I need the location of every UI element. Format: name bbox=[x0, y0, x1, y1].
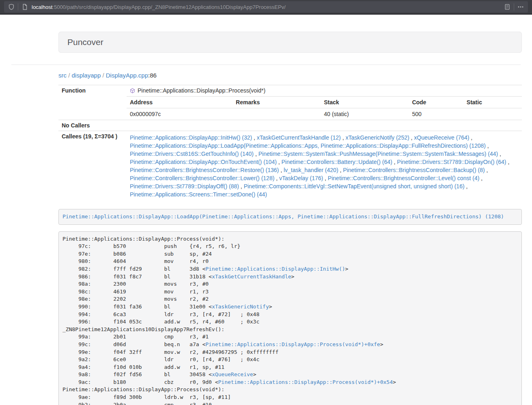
callee-separator: , bbox=[498, 151, 501, 157]
function-stats-table: AddressRemarksStackCodeStatic 0x0000097c… bbox=[127, 96, 522, 120]
breadcrumb-link[interactable]: DisplayApp.cpp bbox=[106, 72, 148, 79]
callee-separator: , bbox=[409, 134, 414, 141]
stats-value-cell bbox=[233, 108, 321, 120]
callee-separator: , bbox=[486, 142, 489, 149]
divider bbox=[18, 3, 18, 11]
callee-link[interactable]: Pinetime::Drivers::St7789::DisplayOn() (… bbox=[397, 159, 506, 165]
callee-link[interactable]: xQueueReceive (764) bbox=[414, 134, 469, 141]
stats-value-row: 0x0000097c40 (static)500 bbox=[127, 108, 522, 120]
stats-header-row: AddressRemarksStackCodeStatic bbox=[127, 97, 522, 108]
callee-link[interactable]: Pinetime::Applications::DisplayApp::Load… bbox=[130, 142, 486, 149]
callee-separator: , bbox=[277, 159, 282, 165]
callee-link[interactable]: Pinetime::Controllers::Battery::Update()… bbox=[282, 159, 392, 165]
callee-separator: , bbox=[341, 134, 346, 141]
table-row: AddressRemarksStackCodeStatic 0x0000097c… bbox=[58, 96, 522, 120]
code-symbol-link[interactable]: xTaskGetCurrentTaskHandle bbox=[212, 274, 291, 280]
callee-link[interactable]: lv_task_handler (420) bbox=[284, 167, 338, 173]
url-host: localhost bbox=[32, 4, 52, 10]
stats-column-header: Static bbox=[463, 97, 522, 108]
callee-link[interactable]: Pinetime::Controllers::BrightnessControl… bbox=[130, 167, 279, 173]
breadcrumb-separator: / bbox=[67, 72, 72, 79]
callee-link[interactable]: Pinetime::Applications::DisplayApp::Init… bbox=[130, 134, 252, 141]
callee-separator: , bbox=[465, 183, 468, 190]
table-row: Function Pinetime::Applications::Display… bbox=[58, 85, 522, 97]
callee-separator: , bbox=[323, 175, 328, 181]
callee-link[interactable]: Pinetime::Controllers::BrightnessControl… bbox=[328, 175, 479, 181]
app-header: Puncover bbox=[58, 32, 522, 53]
callee-link[interactable]: Pinetime::Controllers::BrightnessControl… bbox=[130, 175, 274, 181]
url-path: :5000/path/src/displayapp/DisplayApp.cpp… bbox=[52, 4, 286, 10]
table-row: Callees (19, Σ=3704 ) Pinetime::Applicat… bbox=[58, 131, 522, 201]
callee-link[interactable]: Pinetime::Applications::Screens::Timer::… bbox=[130, 191, 267, 198]
loadapp-snippet: Pinetime::Applications::DisplayApp::Load… bbox=[58, 209, 522, 225]
table-row: No Callers bbox=[58, 120, 522, 131]
stats-value-cell: 0x0000097c bbox=[127, 108, 233, 120]
page-title: Puncover bbox=[67, 37, 103, 47]
code-symbol-link[interactable]: Pinetime::Applications::DisplayApp::Proc… bbox=[218, 379, 393, 385]
callee-separator: , bbox=[469, 134, 472, 141]
reader-mode-icon[interactable] bbox=[504, 4, 510, 10]
symbol-cube-icon bbox=[130, 88, 135, 93]
code-symbol-link[interactable]: xTaskGenericNotify bbox=[212, 304, 269, 310]
stats-column-header: Code bbox=[409, 97, 463, 108]
stats-value-cell: 500 bbox=[409, 108, 463, 120]
stats-column-header: Stack bbox=[321, 97, 409, 108]
callee-separator: , bbox=[239, 183, 244, 190]
page-actions-menu-icon[interactable] bbox=[517, 4, 524, 10]
callee-link[interactable]: vTaskDelay (176) bbox=[279, 175, 323, 181]
callee-link[interactable]: Pinetime::Controllers::BrightnessControl… bbox=[343, 167, 485, 173]
callee-separator: , bbox=[485, 167, 488, 173]
stats-column-header: Remarks bbox=[233, 97, 321, 108]
callee-separator: , bbox=[479, 175, 482, 181]
callee-link[interactable]: Pinetime::System::SystemTask::PushMessag… bbox=[258, 151, 498, 157]
callee-link[interactable]: Pinetime::Components::LittleVgl::SetNewT… bbox=[244, 183, 465, 190]
callee-link[interactable]: xTaskGenericNotify (252) bbox=[345, 134, 409, 141]
shield-icon[interactable] bbox=[8, 4, 15, 10]
callee-separator: , bbox=[338, 167, 343, 173]
breadcrumb-separator: / bbox=[101, 72, 106, 79]
browser-toolbar: localhost:5000/path/src/displayapp/Displ… bbox=[0, 0, 532, 15]
stats-column-header: Address bbox=[127, 97, 233, 108]
stats-value-cell bbox=[463, 108, 522, 120]
callee-link[interactable]: xTaskGetCurrentTaskHandle (12) bbox=[257, 134, 341, 141]
breadcrumb-line-number: :86 bbox=[148, 72, 157, 79]
callee-separator: , bbox=[274, 175, 279, 181]
callee-separator: , bbox=[279, 167, 284, 173]
code-symbol-link[interactable]: xQueueReceive bbox=[212, 371, 253, 377]
code-symbol-link[interactable]: Pinetime::Applications::DisplayApp::Proc… bbox=[205, 341, 380, 347]
breadcrumb: src / displayapp / DisplayApp.cpp:86 bbox=[58, 71, 522, 80]
callees-list: Pinetime::Applications::DisplayApp::Init… bbox=[127, 131, 522, 201]
callee-separator: , bbox=[506, 159, 510, 165]
divider-rule bbox=[11, 65, 521, 65]
callee-link[interactable]: Pinetime::Applications::DisplayApp::OnTo… bbox=[130, 159, 277, 165]
loadapp-snippet-link[interactable]: Pinetime::Applications::DisplayApp::Load… bbox=[62, 213, 504, 220]
function-symbol-name: Pinetime::Applications::DisplayApp::Proc… bbox=[138, 87, 265, 94]
page-icon[interactable] bbox=[22, 4, 28, 10]
breadcrumb-link[interactable]: src bbox=[58, 72, 67, 79]
divider bbox=[514, 3, 514, 11]
disassembly-pre: Pinetime::Applications::DisplayApp::Proc… bbox=[58, 231, 522, 405]
breadcrumb-link[interactable]: displayapp bbox=[72, 72, 101, 79]
callee-separator: , bbox=[252, 134, 257, 141]
url-bar[interactable]: localhost:5000/path/src/displayapp/Displ… bbox=[4, 1, 528, 13]
function-table: Function Pinetime::Applications::Display… bbox=[58, 85, 522, 201]
callee-link[interactable]: Pinetime::Drivers::Cst816S::GetTouchInfo… bbox=[130, 151, 254, 157]
callees-label: Callees (19, Σ=3704 ) bbox=[58, 131, 127, 201]
code-symbol-link[interactable]: Pinetime::Applications::DisplayApp::Init… bbox=[205, 266, 345, 272]
url-text[interactable]: localhost:5000/path/src/displayapp/Displ… bbox=[32, 4, 504, 10]
stats-value-cell: 40 (static) bbox=[321, 108, 409, 120]
callee-separator: , bbox=[392, 159, 397, 165]
callee-separator: , bbox=[254, 151, 258, 157]
function-row-label: Function bbox=[58, 85, 127, 97]
no-callers-label: No Callers bbox=[58, 120, 127, 131]
callee-link[interactable]: Pinetime::Drivers::St7789::DisplayOff() … bbox=[130, 183, 239, 190]
